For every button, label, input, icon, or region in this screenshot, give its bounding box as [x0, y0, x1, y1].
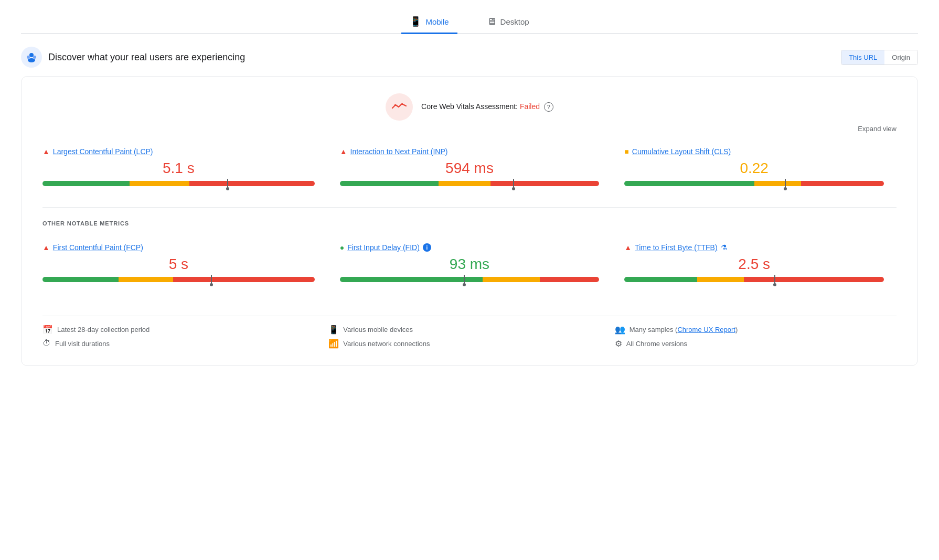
progress-marker: [211, 275, 212, 284]
footer-col3: 👥 Many samples (Chrome UX Report) ⚙ All …: [615, 325, 897, 353]
assessment-header: Core Web Vitals Assessment: Failed ?: [42, 93, 897, 121]
footer-col2: 📱 Various mobile devices 📶 Various netwo…: [328, 325, 610, 353]
header-left: Discover what your real users are experi…: [21, 47, 245, 68]
progress-marker: [464, 275, 465, 284]
metric-label-row-ttfb: ▲ Time to First Byte (TTFB) ⚗: [624, 243, 884, 252]
footer-icon: 📶: [328, 339, 339, 349]
other-metrics-grid: ▲ First Contentful Paint (FCP) 5 s ● Fir…: [42, 235, 897, 303]
tab-desktop[interactable]: 🖥 Desktop: [478, 10, 538, 34]
device-tabs: 📱 Mobile 🖥 Desktop: [21, 10, 918, 34]
metric-indicator-lcp: ▲: [42, 147, 50, 156]
metric-cls: ■ Cumulative Layout Shift (CLS) 0.22: [612, 139, 897, 195]
progress-bar-track: [624, 181, 884, 186]
footer-item: 👥 Many samples (Chrome UX Report): [615, 325, 897, 335]
tab-mobile[interactable]: 📱 Mobile: [401, 10, 457, 34]
progress-marker: [774, 275, 775, 284]
this-url-button[interactable]: This URL: [841, 50, 884, 64]
svg-point-3: [27, 56, 30, 59]
footer-item: ⚙ All Chrome versions: [615, 339, 897, 349]
metric-value-cls: 0.22: [624, 160, 884, 177]
footer-text: Full visit durations: [55, 340, 110, 348]
metric-lcp: ▲ Largest Contentful Paint (LCP) 5.1 s: [42, 139, 327, 195]
metric-name-lcp[interactable]: Largest Contentful Paint (LCP): [53, 147, 153, 156]
metric-name-ttfb[interactable]: Time to First Byte (TTFB): [635, 243, 717, 252]
metric-value-inp: 594 ms: [340, 160, 600, 177]
metric-indicator-fcp: ▲: [42, 243, 50, 252]
metric-label-row-lcp: ▲ Largest Contentful Paint (LCP): [42, 147, 315, 156]
assessment-title-prefix: Core Web Vitals Assessment:: [421, 102, 520, 111]
metric-label-row-fcp: ▲ First Contentful Paint (FCP): [42, 243, 315, 252]
svg-point-2: [28, 58, 35, 62]
core-metrics-grid: ▲ Largest Contentful Paint (LCP) 5.1 s ▲…: [42, 139, 897, 208]
footer-icon: ⏱: [42, 339, 51, 348]
progress-bar: [42, 181, 315, 186]
progress-bar: [340, 181, 600, 186]
origin-button[interactable]: Origin: [884, 50, 917, 64]
footer-icon: 📱: [328, 325, 339, 335]
footer-text: Various mobile devices: [343, 326, 413, 333]
tab-desktop-label: Desktop: [500, 17, 529, 26]
other-metrics-label: OTHER NOTABLE METRICS: [42, 220, 897, 227]
footer-icon: 👥: [615, 325, 625, 335]
assessment-info-icon[interactable]: ?: [544, 102, 553, 112]
metric-indicator-inp: ▲: [340, 147, 347, 156]
metric-name-cls[interactable]: Cumulative Layout Shift (CLS): [632, 147, 731, 156]
progress-bar: [340, 277, 600, 282]
progress-marker: [513, 179, 514, 188]
footer-item: 📱 Various mobile devices: [328, 325, 610, 335]
metric-inp: ▲ Interaction to Next Paint (INP) 594 ms: [327, 139, 612, 195]
ttfb-flask-icon: ⚗: [721, 243, 728, 252]
footer-text: Latest 28-day collection period: [57, 326, 150, 333]
footer-text: Various network connections: [343, 340, 430, 348]
metric-value-fcp: 5 s: [42, 256, 315, 273]
metric-ttfb: ▲ Time to First Byte (TTFB) ⚗ 2.5 s: [612, 235, 897, 290]
progress-marker: [785, 179, 786, 188]
progress-marker: [227, 179, 228, 188]
chrome-ux-report-link[interactable]: Chrome UX Report: [677, 326, 735, 333]
metric-name-fid[interactable]: First Input Delay (FID): [347, 243, 420, 252]
page-title: Discover what your real users are experi…: [48, 52, 245, 63]
metric-fcp: ▲ First Contentful Paint (FCP) 5 s: [42, 235, 327, 290]
metric-value-fid: 93 ms: [340, 256, 600, 273]
progress-bar-track: [340, 277, 600, 282]
svg-point-4: [33, 56, 36, 59]
progress-bar: [42, 277, 315, 282]
progress-bar-track: [42, 181, 315, 186]
main-card: Core Web Vitals Assessment: Failed ? Exp…: [21, 76, 918, 366]
metric-label-row-inp: ▲ Interaction to Next Paint (INP): [340, 147, 600, 156]
svg-point-1: [29, 53, 34, 57]
metric-indicator-cls: ■: [624, 147, 628, 156]
metric-indicator-fid: ●: [340, 243, 344, 252]
url-origin-toggle: This URL Origin: [841, 50, 918, 65]
expand-view-button[interactable]: Expand view: [858, 125, 897, 133]
footer-item: 📶 Various network connections: [328, 339, 610, 349]
expand-view-row: Expand view: [42, 125, 897, 133]
metric-value-lcp: 5.1 s: [42, 160, 315, 177]
footer-col1: 📅 Latest 28-day collection period ⏱ Full…: [42, 325, 324, 353]
progress-bar-track: [42, 277, 315, 282]
metric-label-row-cls: ■ Cumulative Layout Shift (CLS): [624, 147, 884, 156]
assessment-status: Failed: [520, 102, 540, 111]
metric-label-row-fid: ● First Input Delay (FID) i: [340, 243, 600, 252]
avatar: [21, 47, 42, 68]
metric-value-ttfb: 2.5 s: [624, 256, 884, 273]
footer-text: All Chrome versions: [626, 340, 687, 348]
fid-info-icon[interactable]: i: [423, 243, 431, 252]
progress-bar-track: [624, 277, 884, 282]
progress-bar-track: [340, 181, 600, 186]
metric-name-fcp[interactable]: First Contentful Paint (FCP): [53, 243, 143, 252]
footer-text: Many samples (Chrome UX Report): [629, 326, 738, 333]
footer: 📅 Latest 28-day collection period ⏱ Full…: [42, 316, 897, 353]
page-header: Discover what your real users are experi…: [21, 47, 918, 68]
footer-item: ⏱ Full visit durations: [42, 339, 324, 348]
metric-name-inp[interactable]: Interaction to Next Paint (INP): [350, 147, 448, 156]
tab-mobile-label: Mobile: [425, 17, 449, 26]
metric-indicator-ttfb: ▲: [624, 243, 632, 252]
desktop-icon: 🖥: [487, 16, 496, 27]
metric-fid: ● First Input Delay (FID) i 93 ms: [327, 235, 612, 290]
footer-icon: ⚙: [615, 339, 622, 349]
assessment-title: Core Web Vitals Assessment: Failed ?: [421, 102, 553, 112]
footer-item: 📅 Latest 28-day collection period: [42, 325, 324, 335]
progress-bar: [624, 181, 884, 186]
mobile-icon: 📱: [410, 16, 421, 27]
